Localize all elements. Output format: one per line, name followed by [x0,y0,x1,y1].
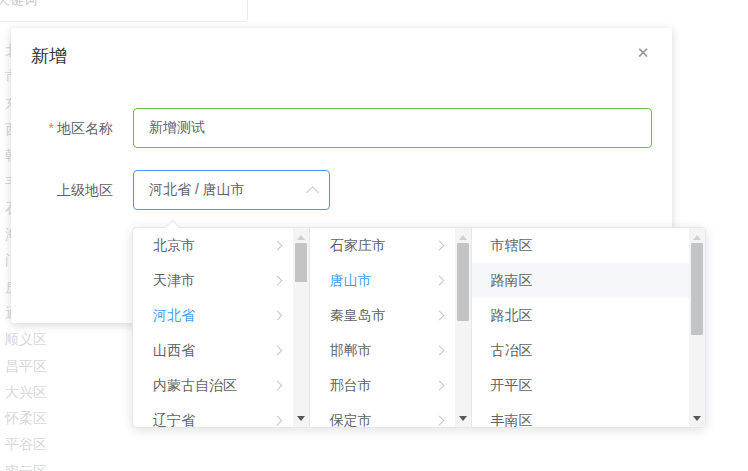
cascader-option[interactable]: 辽宁省 [133,403,293,427]
cascader-option-label: 河北省 [153,307,195,325]
cascader-option-label: 路北区 [490,307,532,325]
cascader-option-label: 唐山市 [330,272,372,290]
chevron-right-icon [272,241,282,251]
cascader-option[interactable]: 石家庄市 [310,228,456,263]
chevron-right-icon [435,311,445,321]
parent-region-value: 河北省 / 唐山市 [149,181,245,199]
cascader-option-label: 天津市 [153,272,195,290]
required-asterisk: * [49,120,54,136]
cascader-option[interactable]: 路北区 [472,298,689,333]
scroll-down-icon[interactable] [689,411,705,425]
scroll-up-icon[interactable] [689,230,705,244]
close-icon[interactable]: ✕ [634,44,652,62]
chevron-right-icon [272,381,282,391]
chevron-right-icon [435,241,445,251]
parent-region-cascader-input[interactable]: 河北省 / 唐山市 [133,170,330,210]
cascader-option[interactable]: 天津市 [133,263,293,298]
chevron-right-icon [435,276,445,286]
cascader-option-label: 邯郸市 [330,342,372,360]
search-placeholder: 关键词 [0,0,38,9]
cascader-option-label: 丰南区 [490,412,532,428]
chevron-right-icon [435,346,445,356]
scrollbar-thumb[interactable] [691,243,703,335]
region-name-label: *地区名称 [11,108,113,148]
chevron-right-icon [435,381,445,391]
chevron-right-icon [272,416,282,426]
background-table-row: 昌平区 [5,353,125,379]
cascader-option[interactable]: 丰南区 [472,403,689,427]
cascader-option[interactable]: 北京市 [133,228,293,263]
scroll-down-icon[interactable] [455,411,471,425]
cascader-option-label: 石家庄市 [330,237,386,255]
dialog-title: 新增 [31,44,67,68]
cascader-option-label: 路南区 [490,272,532,290]
cascader-option[interactable]: 保定市 [310,403,456,427]
background-table-row: 密云区 [5,458,125,471]
cascader-option-label: 辽宁省 [153,412,195,428]
cascader-option[interactable]: 市辖区 [472,228,689,263]
scrollbar-thumb[interactable] [457,243,469,321]
chevron-right-icon [272,311,282,321]
scrollbar-thumb[interactable] [295,243,307,282]
background-search-input: 关键词 [0,0,248,22]
cascader-option-label: 市辖区 [490,237,532,255]
chevron-right-icon [272,276,282,286]
scroll-up-icon[interactable] [293,230,309,244]
cascader-column-districts: 市辖区路南区路北区古冶区开平区丰南区 [472,228,705,427]
background-table-row: 怀柔区 [5,405,125,431]
scrollbar[interactable] [689,228,705,427]
cascader-option-label: 邢台市 [330,377,372,395]
cascader-option[interactable]: 河北省 [133,298,293,333]
cascader-option[interactable]: 开平区 [472,368,689,403]
cascader-column-provinces: 北京市天津市河北省山西省内蒙古自治区辽宁省 [133,228,310,427]
region-name-value: 新增测试 [149,119,205,137]
scroll-down-icon[interactable] [293,411,309,425]
form-row-parent-region: 上级地区 河北省 / 唐山市 [11,170,330,210]
region-name-input[interactable]: 新增测试 [133,108,652,148]
scroll-up-icon[interactable] [455,230,471,244]
cascader-option-label: 秦皇岛市 [330,307,386,325]
page: 关键词 北京市市辖区东城区西城区朝阳区丰台区石景山区海淀区门头沟区房山区通州区顺… [0,0,748,471]
cascader-option-label: 开平区 [490,377,532,395]
cascader-option[interactable]: 内蒙古自治区 [133,368,293,403]
chevron-right-icon [435,416,445,426]
background-table-row: 平谷区 [5,431,125,457]
cascader-option[interactable]: 唐山市 [310,263,456,298]
chevron-right-icon [272,346,282,356]
cascader-option-label: 古冶区 [490,342,532,360]
cascader-option-label: 保定市 [330,412,372,428]
scrollbar[interactable] [293,228,309,427]
form-row-region-name: *地区名称 新增测试 [11,108,652,148]
cascader-option[interactable]: 路南区 [472,263,689,298]
cascader-option-label: 北京市 [153,237,195,255]
cascader-option[interactable]: 邯郸市 [310,333,456,368]
cascader-option[interactable]: 秦皇岛市 [310,298,456,333]
scrollbar[interactable] [455,228,471,427]
background-table-row: 顺义区 [5,326,125,352]
chevron-up-icon [306,186,319,199]
background-table-row: 大兴区 [5,379,125,405]
cascader-option[interactable]: 邢台市 [310,368,456,403]
cascader-dropdown: 北京市天津市河北省山西省内蒙古自治区辽宁省 石家庄市唐山市秦皇岛市邯郸市邢台市保… [132,227,706,428]
cascader-option-label: 山西省 [153,342,195,360]
cascader-option[interactable]: 山西省 [133,333,293,368]
parent-region-label: 上级地区 [11,170,113,210]
cascader-column-cities: 石家庄市唐山市秦皇岛市邯郸市邢台市保定市 [310,228,473,427]
cascader-option[interactable]: 古冶区 [472,333,689,368]
cascader-option-label: 内蒙古自治区 [153,377,237,395]
